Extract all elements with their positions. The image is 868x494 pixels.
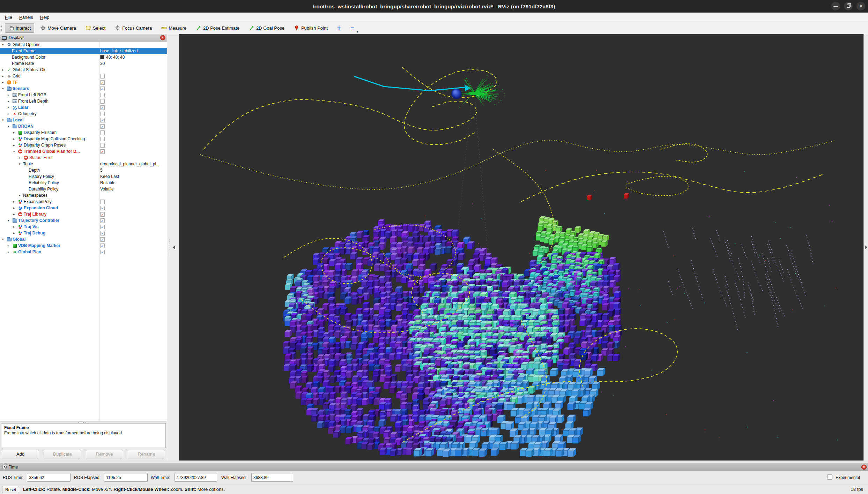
visibility-checkbox[interactable]: ✓ bbox=[100, 118, 105, 122]
measure-button[interactable]: Measure bbox=[158, 23, 190, 33]
collapse-arrow-icon[interactable]: ▾ bbox=[8, 217, 9, 224]
visibility-checkbox[interactable]: ✓ bbox=[100, 231, 105, 235]
select-button[interactable]: Select bbox=[82, 23, 109, 33]
tree-row-trimmed-global-plan-for-d[interactable]: ▾Trimmed Global Plan for D...✓ bbox=[0, 148, 167, 155]
expand-arrow-icon[interactable]: ▸ bbox=[13, 224, 15, 230]
visibility-checkbox[interactable]: ✓ bbox=[100, 250, 105, 254]
tree-row-global-plan[interactable]: ▸≈Global Plan✓ bbox=[0, 249, 167, 255]
expand-arrow-icon[interactable]: ▸ bbox=[8, 98, 9, 104]
ros-time-input[interactable] bbox=[27, 473, 71, 482]
tree-row-disparity-frustum[interactable]: ▸Disparity Frustum bbox=[0, 129, 167, 136]
toolbar-drag-handle[interactable] bbox=[1, 24, 2, 32]
visibility-checkbox[interactable] bbox=[100, 99, 105, 104]
add-button[interactable]: Add bbox=[2, 450, 39, 458]
render-canvas[interactable] bbox=[179, 34, 863, 461]
expand-arrow-icon[interactable]: ▸ bbox=[13, 129, 15, 136]
tree-row-reliability-policy[interactable]: Reliability PolicyReliable bbox=[0, 180, 167, 186]
tree-row-topic[interactable]: ▾Topicdroan/local_planner_global_pl... bbox=[0, 161, 167, 167]
property-value[interactable]: Keep Last bbox=[100, 173, 119, 180]
visibility-checkbox[interactable] bbox=[100, 200, 105, 204]
close-button[interactable]: ✕ bbox=[856, 2, 865, 10]
tree-row-background-color[interactable]: Background Color48; 48; 48 bbox=[0, 54, 167, 60]
collapse-arrow-icon[interactable]: ▾ bbox=[8, 123, 9, 129]
goal-pose-button[interactable]: 2D Goal Pose bbox=[245, 23, 288, 33]
property-value[interactable]: droan/local_planner_global_pl... bbox=[100, 161, 159, 167]
tree-row-front-left-depth[interactable]: ▸Front Left Depth bbox=[0, 98, 167, 104]
expand-arrow-icon[interactable]: ▸ bbox=[2, 67, 4, 73]
tree-row-frame-rate[interactable]: Frame Rate30 bbox=[0, 60, 167, 67]
menu-item-file[interactable]: File bbox=[1, 14, 16, 21]
3d-viewport[interactable] bbox=[179, 34, 863, 461]
collapse-left-icon[interactable] bbox=[173, 245, 175, 249]
property-value[interactable]: base_link_stabilized bbox=[100, 48, 138, 54]
tree-row-grid[interactable]: ▸◈Grid bbox=[0, 73, 167, 79]
visibility-checkbox[interactable]: ✓ bbox=[100, 124, 105, 129]
collapse-arrow-icon[interactable]: ▾ bbox=[2, 85, 4, 92]
tree-row-vdb-mapping-marker[interactable]: ▸VDB Mapping Marker✓ bbox=[0, 242, 167, 249]
tree-row-status-error[interactable]: ▸Status: Error bbox=[0, 155, 167, 161]
tree-row-traj-library[interactable]: ▸Traj Library✓ bbox=[0, 211, 167, 217]
property-value[interactable]: Volatile bbox=[100, 186, 114, 192]
focus-camera-button[interactable]: Focus Camera bbox=[111, 23, 155, 33]
collapse-arrow-icon[interactable]: ▾ bbox=[2, 236, 4, 242]
wall-elapsed-input[interactable] bbox=[251, 473, 293, 482]
color-property-value[interactable]: 48; 48; 48 bbox=[100, 54, 125, 60]
visibility-checkbox[interactable] bbox=[100, 143, 105, 148]
tree-row-tf[interactable]: ▸!TF✓ bbox=[0, 79, 167, 85]
dropdown-arrow-icon[interactable]: ▾ bbox=[357, 30, 358, 33]
visibility-checkbox[interactable] bbox=[100, 130, 105, 135]
expand-arrow-icon[interactable]: ▸ bbox=[13, 211, 15, 217]
tree-row-global[interactable]: ▾Global✓ bbox=[0, 236, 167, 242]
left-splitter[interactable] bbox=[168, 34, 179, 461]
tree-row-droan[interactable]: ▾DROAN✓ bbox=[0, 123, 167, 129]
visibility-checkbox[interactable]: ✓ bbox=[100, 225, 105, 229]
tree-row-disparity-graph-poses[interactable]: ▸Disparity Graph Poses bbox=[0, 142, 167, 148]
tree-row-disparity-map-collision-checking[interactable]: ▸Disparity Map Collision Checking bbox=[0, 136, 167, 142]
visibility-checkbox[interactable] bbox=[100, 93, 105, 97]
tree-row-lidar[interactable]: ▸Lidar✓ bbox=[0, 104, 167, 111]
property-value[interactable]: 30 bbox=[100, 60, 105, 67]
add-tool-button[interactable]: + bbox=[334, 23, 344, 33]
visibility-checkbox[interactable]: ✓ bbox=[100, 244, 105, 248]
interact-button[interactable]: Interact bbox=[5, 23, 34, 33]
visibility-checkbox[interactable]: ✓ bbox=[100, 87, 105, 91]
minimize-button[interactable]: — bbox=[831, 2, 840, 10]
remove-tool-button[interactable]: −▾ bbox=[347, 23, 358, 33]
tree-row-sensors[interactable]: ▾Sensors✓ bbox=[0, 85, 167, 92]
expand-arrow-icon[interactable]: ▸ bbox=[2, 73, 4, 79]
expand-arrow-icon[interactable]: ▸ bbox=[13, 142, 15, 148]
tree-row-fixed-frame[interactable]: Fixed Framebase_link_stabilized bbox=[0, 48, 167, 54]
restore-button[interactable] bbox=[844, 2, 853, 10]
displays-panel-header[interactable]: Displays ✕ bbox=[0, 34, 167, 42]
expand-arrow-icon[interactable]: ▸ bbox=[8, 249, 9, 255]
expand-arrow-icon[interactable]: ▸ bbox=[13, 205, 15, 211]
property-value[interactable]: Reliable bbox=[100, 180, 115, 186]
visibility-checkbox[interactable]: ✓ bbox=[100, 218, 105, 223]
menu-item-panels[interactable]: Panels bbox=[16, 14, 37, 21]
tree-row-front-left-rgb[interactable]: ▸Front Left RGB bbox=[0, 92, 167, 98]
expand-arrow-icon[interactable]: ▸ bbox=[13, 136, 15, 142]
property-value[interactable]: 5 bbox=[100, 167, 103, 173]
tree-row-durability-policy[interactable]: Durability PolicyVolatile bbox=[0, 186, 167, 192]
expand-arrow-icon[interactable]: ▸ bbox=[8, 242, 9, 249]
pose-estimate-button[interactable]: 2D Pose Estimate bbox=[192, 23, 243, 33]
menu-item-help[interactable]: Help bbox=[37, 14, 53, 21]
time-close-button[interactable]: ✕ bbox=[861, 464, 867, 470]
expand-arrow-icon[interactable]: ▸ bbox=[13, 199, 15, 205]
expand-arrow-icon[interactable]: ▸ bbox=[8, 111, 9, 117]
tree-row-local[interactable]: ▾Local✓ bbox=[0, 117, 167, 123]
collapse-arrow-icon[interactable]: ▾ bbox=[19, 161, 21, 167]
visibility-checkbox[interactable]: ✓ bbox=[100, 212, 105, 217]
tree-row-global-options[interactable]: ▾⚙Global Options bbox=[0, 42, 167, 48]
expand-arrow-icon[interactable]: ▸ bbox=[8, 92, 9, 98]
visibility-checkbox[interactable] bbox=[100, 137, 105, 141]
experimental-checkbox[interactable] bbox=[827, 474, 832, 480]
visibility-checkbox[interactable]: ✓ bbox=[100, 206, 105, 210]
collapse-arrow-icon[interactable]: ▾ bbox=[13, 148, 15, 155]
expand-arrow-icon[interactable]: ▸ bbox=[2, 79, 4, 85]
title-bar[interactable]: /root/ros_ws/install/robot_bringup/share… bbox=[0, 0, 868, 13]
tree-row-trajectory-controller[interactable]: ▾Trajectory Controller✓ bbox=[0, 217, 167, 224]
reset-button[interactable]: Reset bbox=[2, 486, 19, 493]
tree-row-history-policy[interactable]: History PolicyKeep Last bbox=[0, 173, 167, 180]
visibility-checkbox[interactable]: ✓ bbox=[100, 80, 105, 85]
